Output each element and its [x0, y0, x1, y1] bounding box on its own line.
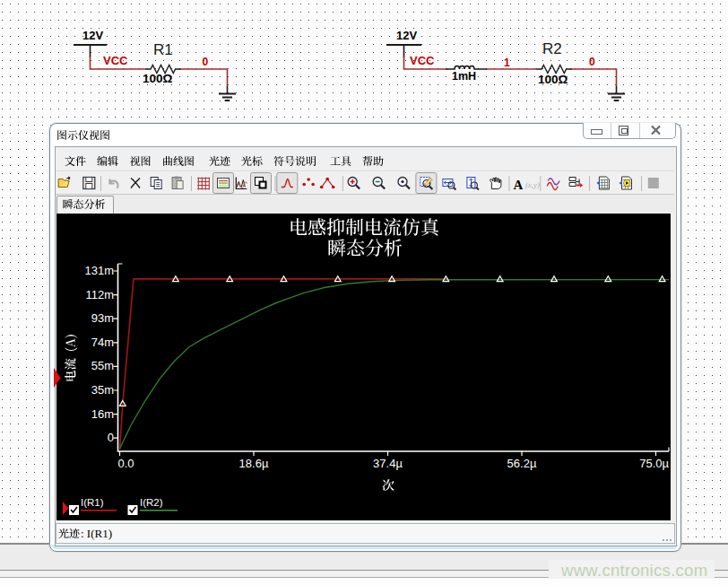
- svg-text:18.6µ: 18.6µ: [239, 457, 269, 470]
- svg-text:37.4µ: 37.4µ: [373, 457, 403, 470]
- svg-text:I(R2): I(R2): [140, 497, 163, 508]
- svg-text:0.0: 0.0: [117, 457, 134, 470]
- svg-text:56.2µ: 56.2µ: [507, 457, 537, 470]
- svg-text:112m: 112m: [85, 288, 114, 301]
- svg-text:131m: 131m: [84, 264, 114, 277]
- svg-text:I(R1): I(R1): [81, 497, 104, 508]
- svg-text:: I(R1): : I(R1): [81, 527, 112, 540]
- svg-text:35m: 35m: [91, 383, 114, 397]
- svg-text:74m: 74m: [91, 336, 114, 349]
- svg-text:93m: 93m: [91, 311, 114, 325]
- svg-text:0: 0: [108, 431, 114, 444]
- svg-text:75.0µ: 75.0µ: [639, 457, 669, 470]
- svg-text:(x,y): (x,y): [525, 180, 540, 189]
- svg-text:A: A: [514, 178, 524, 192]
- svg-text:16m: 16m: [91, 407, 114, 421]
- svg-text:55m: 55m: [91, 359, 114, 372]
